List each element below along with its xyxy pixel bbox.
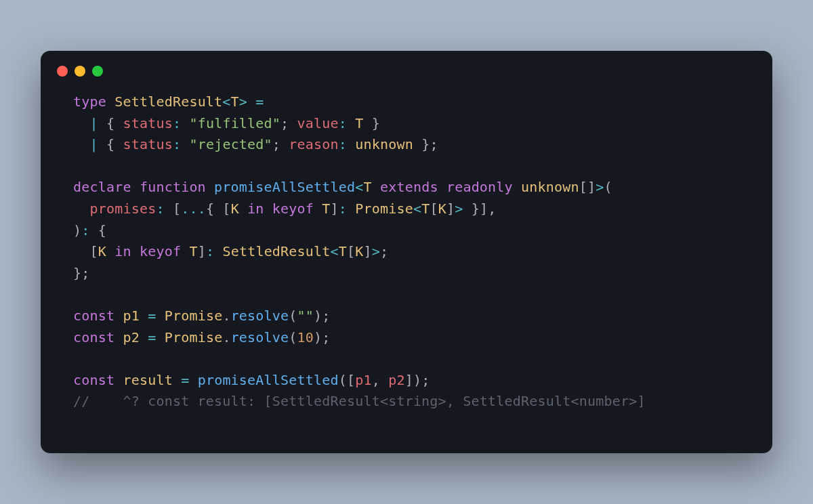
code-token: =: [148, 308, 156, 324]
code-token: status: [123, 115, 172, 131]
code-token: ]: [331, 201, 339, 217]
code-token: [347, 115, 355, 131]
code-token: {: [98, 136, 123, 152]
code-token: <: [413, 201, 421, 217]
maximize-icon[interactable]: [92, 66, 103, 77]
code-line: promises: [...{ [K in keyof T]: Promise<…: [73, 198, 740, 220]
code-token: SettledResult: [114, 93, 222, 110]
code-token: [: [430, 201, 438, 217]
code-token: [372, 179, 380, 195]
code-token: in: [247, 201, 272, 217]
code-token: <: [331, 243, 339, 259]
code-token: :: [339, 201, 347, 217]
code-line: const result = promiseAllSettled([p1, p2…: [73, 370, 740, 392]
code-token: "": [297, 308, 314, 324]
code-token: status: [123, 136, 172, 152]
code-block: type SettledResult<T> = | { status: "ful…: [41, 85, 772, 419]
code-token: =: [148, 329, 156, 345]
code-token: ;: [272, 136, 289, 152]
code-token: value: [297, 115, 339, 131]
code-token: SettledResult: [222, 243, 330, 259]
code-token: >: [596, 179, 604, 195]
code-token: =: [255, 93, 264, 110]
code-line: declare function promiseAllSettled<T ext…: [73, 177, 740, 198]
code-token: "rejected": [189, 136, 272, 152]
code-token: ([: [339, 372, 355, 388]
code-token: :: [173, 115, 181, 131]
code-token: [239, 201, 247, 217]
code-token: [347, 201, 355, 217]
code-token: p2: [388, 372, 404, 388]
code-token: (: [289, 329, 297, 345]
code-token: [73, 115, 89, 131]
code-token: :: [339, 115, 347, 131]
code-token: :: [339, 136, 347, 152]
code-token: { [: [206, 201, 231, 217]
code-token: ]);: [405, 372, 430, 388]
code-token: T: [421, 201, 430, 217]
code-token: :: [81, 222, 89, 238]
code-token: [347, 136, 355, 152]
code-token: Promise: [165, 329, 223, 345]
code-token: ,: [372, 372, 388, 388]
code-line: ): {: [73, 220, 740, 242]
code-token: const: [73, 308, 123, 324]
code-token: [247, 93, 255, 110]
code-token: [181, 136, 189, 152]
code-token: resolve: [231, 308, 289, 324]
code-token: K: [355, 243, 363, 259]
code-token: 10: [297, 329, 314, 345]
code-token: ;: [380, 243, 388, 259]
code-token: :: [156, 201, 164, 217]
code-token: [: [73, 243, 98, 259]
code-token: T: [189, 243, 197, 259]
close-icon[interactable]: [57, 66, 68, 77]
code-token: };: [73, 265, 89, 281]
code-token: readonly: [446, 179, 521, 195]
code-token: [140, 329, 148, 345]
code-token: ]: [198, 243, 206, 259]
code-token: T: [363, 179, 371, 195]
code-token: const: [73, 329, 123, 345]
code-token: ): [73, 222, 81, 238]
code-token: type: [73, 93, 114, 110]
code-token: in: [114, 243, 140, 259]
code-window: type SettledResult<T> = | { status: "ful…: [41, 51, 772, 453]
code-token: [73, 201, 89, 217]
code-token: <: [355, 179, 363, 195]
code-token: }: [364, 115, 380, 131]
code-token: ]: [364, 243, 372, 259]
code-token: T: [355, 115, 363, 131]
code-token: [173, 372, 181, 388]
code-token: [181, 115, 189, 131]
code-line: type SettledResult<T> =: [73, 91, 740, 113]
code-token: (: [289, 308, 297, 324]
minimize-icon[interactable]: [75, 66, 85, 77]
code-token: T: [339, 243, 347, 259]
code-token: promiseAllSettled: [198, 372, 339, 388]
code-token: p1: [123, 308, 139, 324]
code-line: [73, 284, 740, 306]
code-token: );: [314, 329, 330, 345]
code-token: [73, 136, 89, 152]
code-line: [73, 156, 740, 177]
code-line: [73, 348, 740, 370]
code-token: [106, 243, 114, 259]
code-token: const: [73, 372, 123, 388]
code-token: }],: [463, 201, 497, 217]
code-token: T: [322, 201, 330, 217]
code-token: result: [123, 372, 172, 388]
code-token: declare: [73, 179, 140, 195]
code-line: [K in keyof T]: SettledResult<T[K]>;: [73, 241, 740, 263]
code-token: Promise: [165, 308, 223, 324]
code-token: resolve: [231, 329, 289, 345]
code-token: T: [231, 93, 239, 110]
code-token: .: [222, 308, 230, 324]
code-token: [156, 308, 164, 324]
code-token: function: [140, 179, 214, 195]
code-token: promises: [89, 201, 156, 217]
code-token: unknown: [521, 179, 579, 195]
code-token: p2: [123, 329, 139, 345]
code-token: K: [98, 243, 106, 259]
code-line: const p1 = Promise.resolve("");: [73, 306, 740, 327]
